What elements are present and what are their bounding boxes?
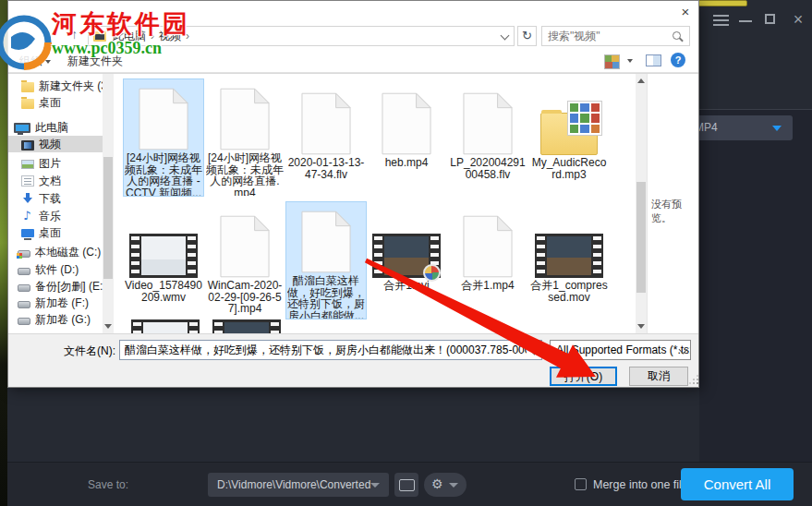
sidebar-item-downloads[interactable]: 下载 xyxy=(8,190,103,207)
organize-menu[interactable]: 组织 xyxy=(19,54,51,69)
background-window-peek xyxy=(697,0,747,6)
close-icon[interactable]: × xyxy=(791,11,806,28)
file-item[interactable]: [24小时]网络视频乱象：未成年人的网络直播 - CCTV 新闻频... xyxy=(124,79,203,196)
document-file-icon xyxy=(463,79,513,155)
sidebar-item-drive-g[interactable]: 新加卷 (G:) xyxy=(8,311,103,328)
address-bar[interactable]: 此电脑 › 视频 › xyxy=(88,26,515,46)
file-name: 合并1_compressed.mov xyxy=(530,280,608,303)
file-item[interactable]: [24小时]网络视频乱象：未成年人的网络直播.mp4 xyxy=(205,79,285,196)
breadcrumb-separator: › xyxy=(151,30,154,42)
sidebar-item-documents[interactable]: 文档 xyxy=(8,173,103,189)
chevron-down-icon xyxy=(772,126,782,131)
file-item[interactable]: 合并1.mp4 xyxy=(448,202,527,319)
breadcrumb-videos[interactable]: 视频 xyxy=(159,29,181,44)
file-name: [24小时]网络视频乱象：未成年人的网络直播 - CCTV 新闻频... xyxy=(125,152,202,196)
help-icon[interactable]: ? xyxy=(671,53,685,67)
sidebar-item-drive-f[interactable]: 新加卷 (F:) xyxy=(8,295,103,311)
chevron-down-icon[interactable] xyxy=(501,31,510,41)
video-film-icon xyxy=(129,202,198,278)
save-path-value: D:\Vidmore\Vidmore\Converted xyxy=(217,478,370,491)
folder-with-thumbnails-icon xyxy=(540,79,598,155)
file-item[interactable]: Video_1578490209.wmv xyxy=(124,202,203,319)
file-name: WinCam-2020-02-29-[09-26-57].mp4 xyxy=(206,280,284,315)
search-icon xyxy=(673,31,681,40)
folder-icon xyxy=(21,82,34,92)
video-film-icon xyxy=(372,202,441,278)
sidebar-item-drive-d[interactable]: 软件 (D:) xyxy=(8,261,103,278)
cancel-button[interactable]: 取消 xyxy=(629,367,688,386)
browse-folder-button[interactable] xyxy=(394,473,418,497)
document-file-icon xyxy=(463,202,513,278)
minimize-icon[interactable] xyxy=(739,20,752,22)
document-file-icon xyxy=(301,202,351,273)
file-item[interactable]: WinCam-2020-02-29-[09-26-57].mp4 xyxy=(205,202,285,319)
settings-button[interactable]: ⚙ xyxy=(424,473,467,497)
open-button[interactable]: 打开(O) xyxy=(550,367,617,386)
merge-checkbox[interactable] xyxy=(575,478,587,490)
sidebar-item-pictures[interactable]: 图片 xyxy=(8,155,103,172)
document-file-icon xyxy=(220,202,270,278)
folder-icon xyxy=(21,99,34,109)
preview-pane-icon[interactable] xyxy=(646,54,661,66)
file-name: heb.mp4 xyxy=(368,157,445,169)
preview-pane: 没有预览。 xyxy=(647,74,698,333)
maximize-icon[interactable] xyxy=(765,14,775,24)
scroll-down-icon[interactable] xyxy=(637,324,645,329)
file-name: LP_20200429100458.flv xyxy=(449,157,527,180)
scrollbar-thumb[interactable] xyxy=(636,182,646,293)
new-folder-button[interactable]: 新建文件夹 xyxy=(67,54,123,69)
save-path-dropdown[interactable]: D:\Vidmore\Vidmore\Converted xyxy=(208,473,389,497)
file-item[interactable]: 合并1.avi xyxy=(367,202,446,319)
music-icon xyxy=(21,211,34,223)
convert-all-button[interactable]: Convert All xyxy=(681,468,794,500)
sidebar-item-videos[interactable]: 视频 xyxy=(8,136,103,152)
file-item[interactable]: LP_20200429100458.flv xyxy=(448,79,527,196)
sidebar-item-drive-c[interactable]: 本地磁盘 (C:) xyxy=(8,244,103,260)
file-item[interactable]: My_AudicRecord.mp3 xyxy=(529,79,609,196)
file-item[interactable]: 合并1_compressed.mov xyxy=(529,202,609,319)
video-film-icon xyxy=(535,202,603,278)
sidebar-item-this-pc[interactable]: 此电脑 xyxy=(8,119,103,136)
save-to-label: Save to: xyxy=(88,478,128,491)
preview-empty-text: 没有预览。 xyxy=(651,199,682,223)
file-item[interactable]: heb.mp4 xyxy=(367,79,446,196)
sidebar-item-drive-e[interactable]: 备份[勿删] (E:) xyxy=(8,278,103,295)
file-name: [24小时]网络视频乱象：未成年人的网络直播.mp4 xyxy=(206,152,284,196)
up-icon[interactable]: ↑ xyxy=(71,27,78,42)
menu-icon[interactable] xyxy=(713,15,729,26)
scroll-up-icon[interactable] xyxy=(637,78,645,83)
file-item[interactable]: 2020-01-13-13-47-34.flv xyxy=(286,79,366,196)
desktop-background-strip xyxy=(0,0,7,506)
chevron-down-icon xyxy=(449,483,458,488)
breadcrumb-this-pc[interactable]: 此电脑 xyxy=(113,29,146,44)
format-filter-dropdown[interactable]: All Supported Formats (*.ts; xyxy=(550,340,691,360)
sidebar-item-desktop-folder[interactable]: 桌面 xyxy=(8,94,103,111)
filename-input[interactable] xyxy=(119,340,542,360)
download-icon xyxy=(21,193,34,205)
scrollbar-thumb[interactable] xyxy=(103,157,113,279)
search-box[interactable] xyxy=(541,26,690,46)
file-name: 醋溜白菜这样做，好吃到爆，还特别下饭，厨房小白都能做... xyxy=(287,275,365,319)
file-item-selected[interactable]: 醋溜白菜这样做，好吃到爆，还特别下饭，厨房小白都能做... xyxy=(286,202,366,319)
sidebar-item-music[interactable]: 音乐 xyxy=(8,208,103,224)
sidebar-item-desktop[interactable]: 桌面 xyxy=(8,224,103,241)
scroll-down-icon[interactable] xyxy=(104,324,112,329)
chevron-down-icon[interactable] xyxy=(627,59,633,63)
dialog-close-icon[interactable]: × xyxy=(675,3,696,21)
drive-icon xyxy=(18,250,30,258)
right-panel xyxy=(699,110,812,462)
document-file-icon xyxy=(301,79,351,155)
folder-thumbnails xyxy=(567,101,602,136)
document-file-icon xyxy=(382,79,431,155)
search-input[interactable] xyxy=(542,27,675,45)
refresh-icon[interactable]: ↻ xyxy=(517,26,537,46)
file-row-partial xyxy=(124,319,401,333)
resize-grip[interactable] xyxy=(690,376,699,385)
view-options-icon[interactable] xyxy=(604,54,620,69)
app-bottom-bar: Save to: D:\Vidmore\Vidmore\Converted ⚙ … xyxy=(7,462,812,506)
file-name: 2020-01-13-13-47-34.flv xyxy=(287,157,365,180)
drive-icon xyxy=(18,301,30,308)
sidebar-scrollbar[interactable] xyxy=(103,74,114,333)
file-list-scrollbar[interactable] xyxy=(636,74,647,333)
sidebar-item-new-folder[interactable]: 新建文件夹 (3) xyxy=(8,78,103,94)
